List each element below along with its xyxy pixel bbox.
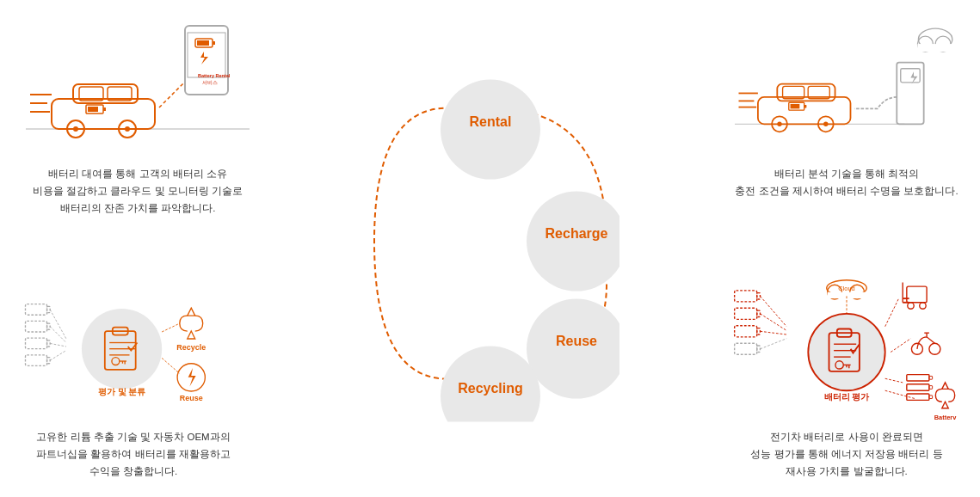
recycle-illustration: 평가 및 분류 Recycle Reuse	[22, 273, 245, 420]
svg-rect-31	[47, 357, 51, 363]
svg-rect-79	[901, 69, 920, 83]
svg-marker-50	[188, 368, 196, 387]
svg-line-116	[891, 338, 910, 352]
svg-line-35	[50, 350, 66, 360]
svg-text:Recycling: Recycling	[458, 381, 523, 396]
svg-line-32	[50, 310, 66, 339]
svg-rect-76	[804, 105, 807, 108]
svg-rect-20	[197, 40, 209, 46]
svg-text:배터리 평가: 배터리 평가	[824, 392, 871, 402]
rental-illustration: Battery Rental 서비스	[26, 9, 250, 155]
svg-rect-85	[735, 290, 757, 301]
reuse-illustration: Cloud 배터리 평가	[730, 273, 963, 420]
svg-point-70	[777, 122, 781, 126]
svg-rect-119	[907, 286, 927, 303]
panel-rental: Battery Rental 서비스 배터리 대여를 통해 고객의 배터리 소유…	[17, 9, 258, 217]
svg-point-124	[920, 302, 926, 308]
svg-line-52	[162, 358, 180, 373]
recycling-desc: 고유한 리튬 추출 기술 및 자동차 OEM과의파트너십을 활용하여 배터리를 …	[9, 428, 258, 480]
cycle-diagram: Rental Recharge Reuse Recycling	[361, 61, 619, 422]
svg-rect-86	[757, 292, 761, 298]
svg-point-7	[73, 126, 78, 132]
svg-rect-29	[47, 340, 51, 346]
svg-line-15	[159, 82, 185, 107]
main-container: Battery Rental 서비스 배터리 대여를 통해 고객의 배터리 소유…	[0, 0, 980, 497]
svg-rect-25	[47, 306, 51, 312]
svg-point-9	[125, 126, 130, 132]
svg-rect-13	[103, 107, 106, 111]
svg-rect-24	[25, 304, 46, 315]
svg-text:Battery Rental: Battery Rental	[198, 73, 231, 78]
svg-rect-14	[88, 107, 98, 112]
svg-text:Cloud: Cloud	[838, 284, 854, 291]
svg-rect-27	[47, 323, 51, 329]
rental-desc: 배터리 대여를 통해 고객의 배터리 소유비용을 절감하고 클라우드 및 모니터…	[17, 165, 258, 217]
svg-rect-17	[188, 33, 225, 77]
svg-marker-21	[200, 52, 208, 64]
svg-text:Reuse: Reuse	[180, 393, 203, 402]
svg-line-115	[885, 298, 899, 327]
svg-point-126	[929, 343, 940, 354]
svg-line-117	[885, 378, 903, 383]
svg-point-57	[527, 192, 619, 291]
svg-text:Battery: Battery	[934, 413, 957, 419]
svg-line-96	[760, 338, 786, 348]
svg-point-123	[908, 302, 914, 308]
recharge-desc: 배터리 분석 기술을 통해 최적의충전 조건을 제시하여 배터리 수명을 보호합…	[722, 165, 971, 199]
svg-line-118	[885, 390, 915, 398]
reuse-desc: 전기차 배터리로 사용이 완료되면성능 평가를 통해 에너지 저장용 배터리 등…	[722, 428, 971, 480]
svg-rect-87	[735, 308, 757, 319]
svg-point-72	[823, 122, 828, 126]
svg-point-59	[527, 299, 619, 399]
svg-rect-90	[757, 328, 761, 334]
svg-rect-88	[757, 310, 761, 316]
svg-rect-129	[907, 374, 929, 380]
svg-line-95	[760, 331, 786, 334]
svg-text:서비스: 서비스	[202, 80, 218, 85]
svg-text:평가 및 분류: 평가 및 분류	[98, 387, 145, 396]
panel-reuse: Cloud 배터리 평가	[722, 273, 971, 480]
panel-recycling: 평가 및 분류 Recycle Reuse	[9, 273, 258, 480]
svg-point-55	[441, 80, 540, 180]
svg-rect-84	[917, 44, 952, 52]
svg-point-125	[911, 343, 922, 354]
svg-line-93	[760, 296, 786, 326]
svg-rect-130	[907, 383, 929, 390]
svg-rect-26	[25, 321, 46, 332]
svg-rect-92	[757, 346, 761, 352]
svg-rect-19	[213, 41, 215, 45]
svg-text:Reuse: Reuse	[555, 334, 596, 348]
svg-rect-30	[25, 354, 46, 365]
svg-rect-77	[791, 104, 800, 108]
panel-recharge: 배터리 분석 기술을 통해 최적의충전 조건을 제시하여 배터리 수명을 보호합…	[722, 9, 971, 199]
recharge-illustration	[735, 9, 958, 155]
svg-text:Recycle: Recycle	[176, 343, 206, 352]
svg-rect-28	[25, 338, 46, 349]
svg-line-34	[50, 343, 66, 347]
svg-text:Recharge: Recharge	[545, 226, 607, 241]
svg-rect-89	[735, 325, 757, 336]
svg-text:Rental: Rental	[469, 114, 511, 129]
svg-line-48	[162, 323, 180, 332]
svg-rect-91	[735, 343, 757, 354]
